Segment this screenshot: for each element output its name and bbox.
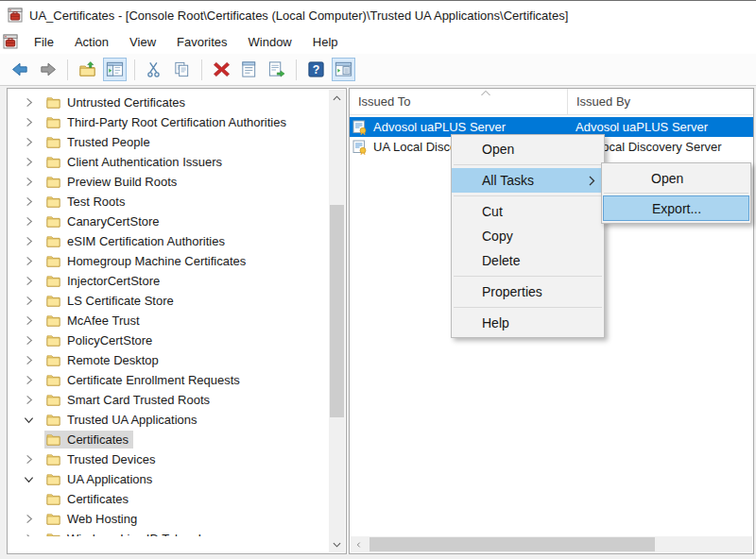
scroll-up-icon[interactable]: [329, 90, 345, 106]
console-file-icon: [3, 34, 18, 49]
properties-button[interactable]: [237, 58, 261, 81]
cut-icon: [146, 60, 163, 78]
context-menu-item-all-tasks[interactable]: All Tasks: [452, 168, 604, 193]
chevron-right-icon[interactable]: [22, 353, 36, 367]
tree-item-esim-certification-authorities[interactable]: eSIM Certification Authorities: [8, 231, 329, 251]
context-menu-item-delete[interactable]: Delete: [452, 248, 604, 273]
tree-scrollbar[interactable]: [329, 90, 345, 552]
column-header-issued-by[interactable]: Issued By: [567, 89, 753, 114]
tree-item-test-roots[interactable]: Test Roots: [8, 192, 329, 212]
chevron-right-icon[interactable]: [22, 195, 36, 209]
show-action-pane-button[interactable]: [332, 58, 355, 81]
tree-item-content: Smart Card Trusted Roots: [44, 391, 215, 409]
folder-icon: [46, 135, 60, 149]
help-button[interactable]: ?: [304, 58, 328, 81]
menubar-item-view[interactable]: View: [119, 29, 166, 54]
tree-item-content: UA Applications: [44, 470, 157, 488]
tree-item-ua-applications[interactable]: UA Applications: [8, 469, 329, 489]
chevron-right-icon[interactable]: [22, 512, 36, 526]
chevron-right-icon[interactable]: [22, 313, 36, 328]
tree-item-client-authentication-issuers[interactable]: Client Authentication Issuers: [8, 152, 329, 172]
tree-item-certificates[interactable]: Certificates: [8, 430, 329, 449]
up-one-level-button[interactable]: [76, 58, 99, 81]
console-tree-icon: [106, 60, 124, 78]
tree-item-policycertstore[interactable]: PolicyCertStore: [8, 330, 329, 350]
submenu-item-export[interactable]: Export...: [603, 195, 749, 221]
chevron-right-icon[interactable]: [22, 155, 36, 169]
chevron-right-icon[interactable]: [22, 393, 36, 407]
list-horizontal-scrollbar[interactable]: [351, 536, 752, 552]
menubar-item-help[interactable]: Help: [302, 29, 349, 54]
tree-item-canarycertstore[interactable]: CanaryCertStore: [8, 212, 329, 231]
menubar-item-favorites[interactable]: Favorites: [166, 29, 237, 54]
tree-item-content: Trusted Devices: [44, 450, 160, 468]
menubar-item-action[interactable]: Action: [64, 29, 119, 54]
tree-item-content: Certificates: [44, 431, 133, 449]
chevron-right-icon[interactable]: [22, 115, 36, 129]
menubar-item-window[interactable]: Window: [238, 29, 302, 54]
tree-item-remote-desktop[interactable]: Remote Desktop: [8, 350, 329, 370]
scroll-left-icon[interactable]: [351, 536, 367, 552]
tree-item-label: InjectorCertStore: [67, 274, 160, 288]
chevron-right-icon[interactable]: [22, 135, 36, 149]
cut-button[interactable]: [143, 58, 166, 81]
column-header-issued-to[interactable]: Issued To: [350, 89, 567, 114]
menu-item-label: Open: [482, 142, 514, 157]
scroll-down-icon[interactable]: [329, 536, 345, 552]
tree-item-trusted-ua-applications[interactable]: Trusted UA Applications: [8, 410, 329, 430]
tree-item-web-hosting[interactable]: Web Hosting: [8, 509, 329, 529]
menu-item-label: Help: [482, 315, 509, 330]
back-button[interactable]: [9, 58, 32, 81]
submenu-item-open[interactable]: Open: [602, 165, 750, 191]
export-list-button[interactable]: [265, 58, 288, 81]
chevron-right-icon[interactable]: [22, 214, 36, 229]
context-menu-item-help[interactable]: Help: [452, 311, 604, 335]
tree-item-certificates[interactable]: Certificates: [8, 489, 329, 509]
copy-button[interactable]: [170, 58, 194, 81]
tree-item-label: Web Hosting: [67, 512, 137, 526]
chevron-down-icon[interactable]: [22, 413, 36, 427]
tree-item-trusted-devices[interactable]: Trusted Devices: [8, 449, 329, 469]
tree-item-mcafee-trust[interactable]: McAfee Trust: [8, 311, 329, 330]
folder-icon: [46, 234, 60, 248]
tree-item-label: McAfee Trust: [67, 313, 140, 328]
tree-item-ls-certificate-store[interactable]: LS Certificate Store: [8, 291, 329, 311]
delete-button[interactable]: [210, 58, 233, 81]
tree-item-preview-build-roots[interactable]: Preview Build Roots: [8, 172, 329, 192]
tree-item-windows-live-id-token-issuer[interactable]: Windows Live ID Token Issuer: [8, 529, 329, 536]
chevron-right-icon[interactable]: [22, 294, 36, 308]
tree-item-trusted-people[interactable]: Trusted People: [8, 132, 329, 152]
menu-separator: [454, 307, 602, 308]
menubar-item-file[interactable]: File: [24, 29, 64, 54]
chevron-right-icon[interactable]: [22, 373, 36, 387]
context-menu-item-open[interactable]: Open: [452, 137, 604, 161]
menu-separator: [454, 195, 602, 196]
tree-item-content: Homegroup Machine Certificates: [44, 252, 250, 270]
tree-item-label: eSIM Certification Authorities: [67, 234, 225, 248]
column-header-label: Issued To: [358, 94, 410, 109]
forward-button[interactable]: [36, 58, 60, 81]
tree-item-content: eSIM Certification Authorities: [44, 232, 230, 250]
tree-scrollbar-thumb[interactable]: [330, 205, 344, 417]
show-console-tree-button[interactable]: [103, 58, 127, 81]
chevron-right-icon[interactable]: [22, 234, 36, 248]
chevron-right-icon[interactable]: [22, 333, 36, 347]
context-menu-item-copy[interactable]: Copy: [452, 224, 604, 248]
tree-item-third-party-root-certification-authorities[interactable]: Third-Party Root Certification Authoriti…: [8, 112, 329, 132]
chevron-right-icon[interactable]: [22, 532, 36, 536]
tree-item-untrusted-certificates[interactable]: Untrusted Certificates: [8, 93, 329, 112]
tree-item-injectorcertstore[interactable]: InjectorCertStore: [8, 271, 329, 291]
tree-item-smart-card-trusted-roots[interactable]: Smart Card Trusted Roots: [8, 390, 329, 410]
chevron-down-icon[interactable]: [22, 472, 36, 486]
chevron-right-icon[interactable]: [22, 254, 36, 268]
chevron-right-icon[interactable]: [22, 452, 36, 466]
chevron-right-icon[interactable]: [22, 175, 36, 189]
tree-item-certificate-enrollment-requests[interactable]: Certificate Enrollment Requests: [8, 370, 329, 390]
tree-item-homegroup-machine-certificates[interactable]: Homegroup Machine Certificates: [8, 251, 329, 271]
context-menu-item-properties[interactable]: Properties: [452, 280, 604, 304]
context-menu-item-cut[interactable]: Cut: [452, 199, 604, 224]
list-scrollbar-thumb[interactable]: [369, 537, 655, 551]
all-tasks-submenu: OpenExport...: [601, 162, 751, 224]
chevron-right-icon[interactable]: [22, 95, 36, 110]
chevron-right-icon[interactable]: [22, 274, 36, 288]
